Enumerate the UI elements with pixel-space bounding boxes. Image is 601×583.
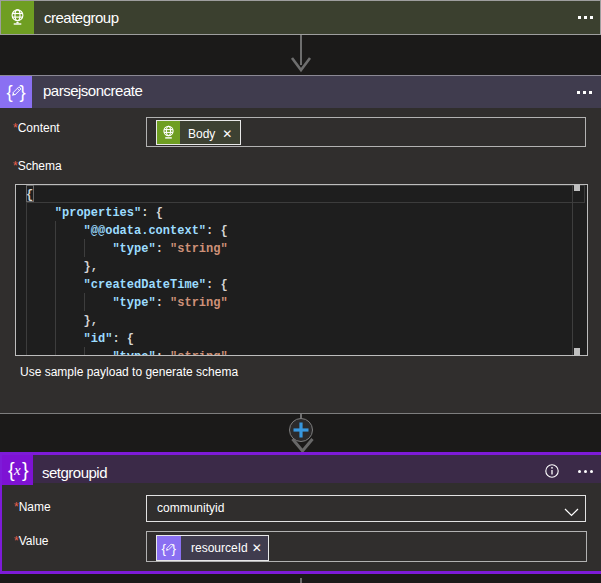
svg-text:}: } [20,81,26,102]
svg-text:{: { [7,81,13,102]
svg-text:}: } [22,459,29,481]
svg-text:{: { [161,541,166,556]
svg-text:x: x [13,462,21,478]
svg-text:}: } [171,541,176,556]
